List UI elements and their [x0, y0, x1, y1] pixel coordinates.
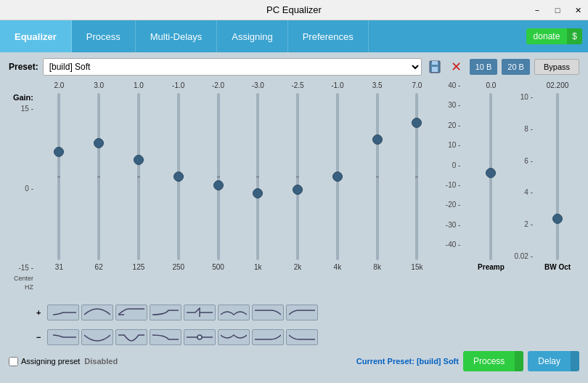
band-slider-15k[interactable]	[411, 93, 422, 260]
current-preset-label: Current Preset: [build] Soft	[356, 357, 459, 366]
gain-label: Gain:	[13, 93, 33, 102]
band-gain-8k: 3.5	[372, 81, 383, 93]
filter-plus-ap[interactable]	[218, 305, 250, 320]
band-gain-62: 3.0	[94, 81, 104, 93]
band-thumb-8k[interactable]	[372, 134, 383, 145]
band-thumb-500[interactable]	[213, 180, 224, 190]
band-col-31: 2.031	[39, 81, 79, 296]
assign-label: Assigning preset	[21, 357, 80, 366]
band-thumb-2k[interactable]	[293, 185, 303, 195]
band-track-1k	[256, 93, 259, 260]
delay-button[interactable]: Delay	[528, 351, 571, 371]
preamp-slider[interactable]	[485, 93, 497, 260]
band-gain-31: 2.0	[54, 81, 64, 93]
band-slider-250[interactable]	[173, 93, 184, 260]
band-thumb-31[interactable]	[54, 147, 64, 157]
maximize-button[interactable]: □	[547, 0, 568, 20]
filter-plus-hs[interactable]	[150, 305, 181, 320]
y-label-n15: -15 -	[18, 264, 33, 272]
bw-y-labels: 10 - 8 - 6 - 4 - 2 - 0.02 -	[514, 93, 533, 260]
band-freq-1k: 1k	[254, 263, 262, 271]
nav-bar: Equalizer Process Multi-Delays Assigning…	[0, 20, 588, 52]
filter-minus-no[interactable]	[184, 329, 216, 345]
process-button[interactable]: Process	[463, 351, 515, 371]
band-freq-8k: 8k	[373, 263, 381, 271]
band-freq-31: 31	[55, 263, 63, 271]
window-title: PC Equalizer	[266, 4, 322, 15]
band-slider-31[interactable]	[53, 93, 65, 260]
band-track-8k	[376, 93, 379, 260]
band-freq-125: 125	[133, 263, 145, 271]
filter-minus-ap[interactable]	[218, 329, 250, 345]
filter-minus-hs[interactable]	[150, 329, 181, 345]
center-hz-label: CenterHZ	[14, 275, 33, 291]
filter-plus-hp[interactable]	[286, 305, 318, 320]
filter-minus-pk[interactable]	[81, 329, 113, 345]
band-slider-62[interactable]	[93, 93, 105, 260]
bw-value: 02.200	[547, 81, 569, 93]
band-thumb-4k[interactable]	[332, 172, 343, 182]
band-slider-125[interactable]	[133, 93, 144, 260]
preamp-col: 0.0 Preamp	[469, 81, 513, 296]
minus-symbol: −	[36, 333, 45, 342]
window-controls: − □ ✕	[527, 0, 588, 20]
dollar-button[interactable]: $	[567, 28, 582, 44]
tab-equalizer[interactable]: Equalizer	[0, 20, 72, 52]
y-labels: 15 - 0 - -15 -	[18, 105, 33, 272]
band-freq-250: 250	[172, 263, 184, 271]
filter-plus-ls[interactable]	[47, 305, 79, 320]
filter-plus-bp[interactable]	[115, 305, 147, 320]
band-track-4k	[336, 93, 339, 260]
band-thumb-15k[interactable]	[412, 118, 422, 128]
preset-label: Preset:	[9, 62, 38, 72]
delete-preset-button[interactable]: ✕	[448, 58, 465, 76]
bypass-button[interactable]: Bypass	[534, 59, 579, 75]
bottom-row: Assigning preset Disabled Current Preset…	[9, 351, 579, 371]
assign-checkbox-label[interactable]: Assigning preset	[9, 357, 80, 366]
title-bar: PC Equalizer − □ ✕	[0, 0, 588, 20]
band-freq-2k: 2k	[294, 263, 302, 271]
filter-plus-lp[interactable]	[252, 305, 284, 320]
band-slider-2k[interactable]	[292, 93, 303, 260]
bw-thumb[interactable]	[552, 214, 563, 224]
filter-plus-row: +	[36, 303, 579, 322]
band-thumb-125[interactable]	[134, 155, 144, 165]
donate-area: donate $	[526, 20, 588, 52]
band-gain-2k: -2.5	[291, 81, 303, 93]
minimize-button[interactable]: −	[527, 0, 547, 20]
save-preset-button[interactable]	[426, 58, 444, 76]
tab-process[interactable]: Process	[72, 20, 136, 52]
filter-minus-ls[interactable]	[47, 329, 79, 345]
band-zero-line-31	[57, 177, 60, 177]
band-slider-1k[interactable]	[252, 93, 264, 260]
filter-minus-lp[interactable]	[252, 329, 284, 345]
filter-plus-no[interactable]	[184, 305, 216, 320]
tab-preferences[interactable]: Preferences	[288, 20, 369, 52]
band-20b-button[interactable]: 20 B	[502, 59, 530, 75]
filter-minus-bp[interactable]	[115, 329, 147, 345]
preamp-thumb[interactable]	[486, 168, 496, 178]
right-section: 40 - 30 - 20 - 10 - 0 - -10 - -20 - -30 …	[446, 81, 579, 296]
close-button[interactable]: ✕	[568, 0, 588, 20]
donate-button[interactable]: donate	[526, 28, 568, 44]
filter-plus-pk[interactable]	[81, 305, 113, 320]
band-thumb-250[interactable]	[173, 172, 184, 182]
svg-rect-2	[432, 67, 438, 72]
band-slider-4k[interactable]	[332, 93, 343, 260]
filter-minus-hp[interactable]	[286, 329, 318, 345]
assign-checkbox[interactable]	[9, 357, 18, 366]
tab-assigning[interactable]: Assigning	[217, 20, 287, 52]
tab-multidelays[interactable]: Multi-Delays	[136, 20, 218, 52]
band-slider-500[interactable]	[213, 93, 224, 260]
band-col-2k: -2.52k	[278, 81, 318, 296]
preset-select[interactable]: [build] Soft	[43, 58, 422, 76]
band-thumb-62[interactable]	[94, 138, 104, 148]
band-track-500	[217, 93, 220, 260]
band-freq-62: 62	[95, 263, 103, 271]
band-slider-8k[interactable]	[372, 93, 383, 260]
band-thumb-1k[interactable]	[253, 188, 263, 198]
y-label-15: 15 -	[21, 105, 33, 113]
band-10b-button[interactable]: 10 B	[470, 59, 498, 75]
band-zero-line-8k	[376, 177, 379, 177]
bw-slider[interactable]	[552, 93, 563, 260]
